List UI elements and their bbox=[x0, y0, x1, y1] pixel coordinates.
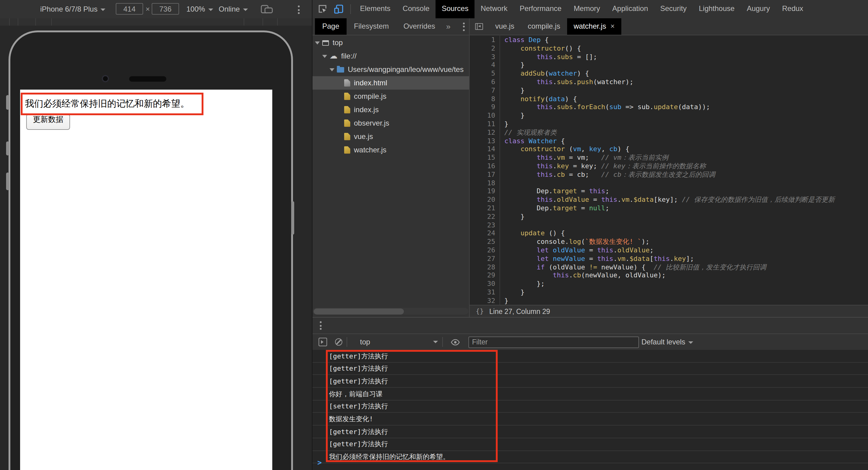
devtools-tab-application[interactable]: Application bbox=[606, 0, 654, 18]
line-number[interactable]: 1 bbox=[470, 36, 495, 45]
show-console-sidebar-icon[interactable] bbox=[318, 338, 327, 346]
file-tree-label: file:// bbox=[341, 52, 356, 60]
line-number[interactable]: 14 bbox=[470, 145, 495, 154]
line-number[interactable]: 10 bbox=[470, 112, 495, 120]
line-number[interactable]: 32 bbox=[470, 297, 495, 305]
line-number[interactable]: 5 bbox=[470, 69, 495, 78]
devtools-tab-security[interactable]: Security bbox=[654, 0, 693, 18]
line-number[interactable]: 29 bbox=[470, 271, 495, 280]
line-number[interactable]: 7 bbox=[470, 87, 495, 95]
editor-tab-vue-js[interactable]: vue.js bbox=[489, 18, 521, 35]
file-tree-item-watcher-js[interactable]: watcher.js bbox=[312, 143, 469, 157]
js-icon bbox=[344, 106, 350, 113]
devtools-top-bar: ElementsConsoleSourcesNetworkPerformance… bbox=[312, 0, 868, 19]
editor-tab-compile-js[interactable]: compile.js bbox=[521, 18, 567, 35]
viewport-height-input[interactable] bbox=[152, 3, 179, 14]
network-throttle-select[interactable]: Online bbox=[219, 0, 248, 18]
close-tab-icon[interactable]: × bbox=[610, 22, 615, 30]
devtools-tab-network[interactable]: Network bbox=[474, 0, 514, 18]
navigator-tab-bar: PageFilesystemOverrides » bbox=[312, 18, 469, 35]
update-data-button[interactable]: 更新数据 bbox=[26, 114, 70, 130]
editor-tab-watcher-js[interactable]: watcher.js× bbox=[567, 18, 621, 35]
navigator-tab-overrides[interactable]: Overrides bbox=[396, 18, 442, 35]
log-levels-select[interactable]: Default levels bbox=[642, 338, 693, 346]
line-number[interactable]: 30 bbox=[470, 280, 495, 288]
code-line-17: this.cb = cb; // cb：表示数据发生改变之后的回调 bbox=[504, 171, 835, 179]
navigator-horizontal-scrollbar[interactable] bbox=[312, 308, 468, 315]
line-number[interactable]: 23 bbox=[470, 221, 495, 230]
line-number[interactable]: 27 bbox=[470, 255, 495, 263]
file-tree-item-users-wangpingan-leo-www-vue-tes[interactable]: Users/wangpingan/leo/www/vue/tes bbox=[312, 63, 469, 76]
navigator-menu-icon[interactable] bbox=[463, 22, 464, 31]
devtools-tab-memory[interactable]: Memory bbox=[568, 0, 607, 18]
file-tree-item-compile-js[interactable]: compile.js bbox=[312, 90, 469, 103]
code-content[interactable]: class Dep { constructor() { this.subs = … bbox=[500, 35, 835, 305]
zoom-select[interactable]: 100% bbox=[186, 0, 213, 18]
toggle-device-toolbar-icon[interactable] bbox=[331, 1, 347, 17]
devtools-tab-lighthouse[interactable]: Lighthouse bbox=[692, 0, 740, 18]
line-number[interactable]: 11 bbox=[470, 120, 495, 128]
pretty-print-icon[interactable]: {} bbox=[476, 307, 484, 315]
console-message: [getter]方法执行 bbox=[312, 438, 868, 451]
line-number[interactable]: 21 bbox=[470, 204, 495, 213]
more-tabs-icon[interactable]: » bbox=[442, 22, 454, 31]
phone-volume-down-button bbox=[6, 173, 9, 190]
line-number[interactable]: 25 bbox=[470, 238, 495, 246]
devtools-tab-performance[interactable]: Performance bbox=[514, 0, 567, 18]
line-number[interactable]: 6 bbox=[470, 78, 495, 87]
line-number[interactable]: 19 bbox=[470, 187, 495, 196]
device-toolbar-menu-icon[interactable] bbox=[298, 5, 300, 14]
rotate-device-icon[interactable] bbox=[261, 5, 273, 13]
line-number[interactable]: 12 bbox=[470, 128, 495, 137]
file-tree-item-index-html[interactable]: index.html bbox=[312, 76, 469, 90]
line-number[interactable]: 24 bbox=[470, 230, 495, 238]
cursor-position-label: Line 27, Column 29 bbox=[490, 307, 550, 315]
line-number[interactable]: 22 bbox=[470, 212, 495, 221]
drawer-menu-icon[interactable] bbox=[320, 321, 321, 330]
device-select[interactable]: iPhone 6/7/8 Plus bbox=[40, 0, 105, 18]
console-prompt-icon[interactable]: > bbox=[317, 459, 321, 467]
navigator-tab-page[interactable]: Page bbox=[315, 18, 347, 35]
code-editor: vue.jscompile.jswatcher.js× 123456789101… bbox=[470, 18, 868, 317]
inspect-element-icon[interactable] bbox=[315, 1, 331, 17]
line-number[interactable]: 26 bbox=[470, 246, 495, 255]
file-tree-item-index-js[interactable]: index.js bbox=[312, 103, 469, 116]
line-number[interactable]: 2 bbox=[470, 45, 495, 53]
line-number[interactable]: 8 bbox=[470, 95, 495, 103]
devtools-tab-elements[interactable]: Elements bbox=[354, 0, 397, 18]
viewport-width-input[interactable] bbox=[116, 3, 143, 14]
line-number[interactable]: 20 bbox=[470, 196, 495, 204]
line-number-gutter: 1234567891011121314151617181920212223242… bbox=[470, 35, 500, 305]
execution-context-select[interactable]: top bbox=[360, 338, 438, 346]
line-number[interactable]: 9 bbox=[470, 103, 495, 112]
console-filter-input[interactable] bbox=[468, 336, 639, 348]
line-number[interactable]: 4 bbox=[470, 61, 495, 70]
sources-panel: PageFilesystemOverrides » top☁file://Use… bbox=[312, 18, 868, 317]
devtools-tab-console[interactable]: Console bbox=[397, 0, 436, 18]
clear-console-icon[interactable] bbox=[335, 338, 342, 346]
line-number[interactable]: 31 bbox=[470, 288, 495, 297]
line-number[interactable]: 3 bbox=[470, 53, 495, 61]
tree-expand-icon[interactable] bbox=[315, 41, 320, 44]
tree-expand-icon[interactable] bbox=[330, 68, 334, 71]
line-number[interactable]: 28 bbox=[470, 263, 495, 271]
devtools-tab-augury[interactable]: Augury bbox=[741, 0, 776, 18]
code-line-11: } bbox=[504, 120, 835, 128]
create-live-expression-icon[interactable] bbox=[451, 339, 460, 345]
line-number[interactable]: 16 bbox=[470, 162, 495, 171]
file-tree-item-observer-js[interactable]: observer.js bbox=[312, 116, 469, 130]
line-number[interactable]: 15 bbox=[470, 154, 495, 162]
line-number[interactable]: 17 bbox=[470, 171, 495, 179]
line-number[interactable]: 18 bbox=[470, 179, 495, 187]
file-tree-item-top[interactable]: top bbox=[312, 36, 469, 49]
navigator-tab-filesystem[interactable]: Filesystem bbox=[347, 18, 396, 35]
line-number[interactable]: 13 bbox=[470, 137, 495, 145]
file-tree-item-file[interactable]: ☁file:// bbox=[312, 49, 469, 63]
devtools-tab-sources[interactable]: Sources bbox=[436, 0, 474, 18]
tree-expand-icon[interactable] bbox=[322, 55, 327, 58]
file-tree-item-vue-js[interactable]: vue.js bbox=[312, 130, 469, 143]
devtools-tab-redux[interactable]: Redux bbox=[776, 0, 809, 18]
collapse-sidebar-icon[interactable] bbox=[475, 23, 483, 30]
scrollbar-thumb[interactable] bbox=[314, 308, 404, 314]
console-message: 数据发生变化! bbox=[312, 413, 868, 425]
